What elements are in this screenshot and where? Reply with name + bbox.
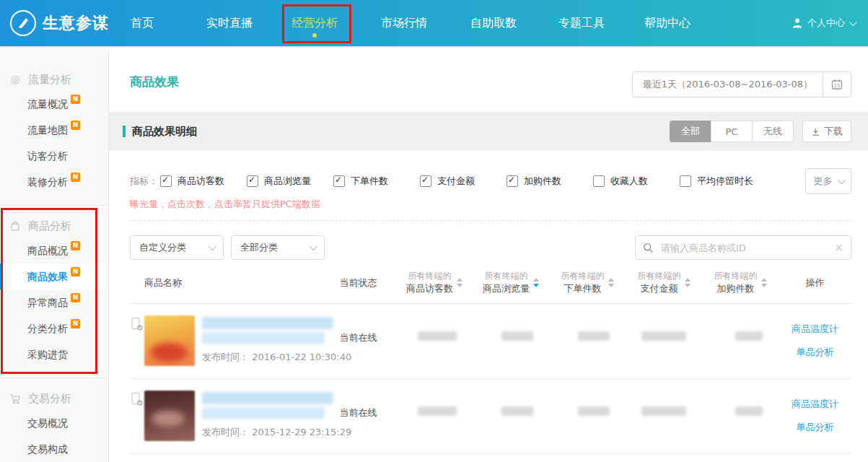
svg-text:15: 15 <box>834 83 841 89</box>
nav-divider <box>0 46 868 48</box>
indicator-visitors: 商品访客数 <box>160 175 247 188</box>
column-payment-sortable[interactable]: 所有终端的支付金额 <box>626 270 702 295</box>
calendar-icon[interactable]: 15 <box>823 72 851 97</box>
nav-item-tools[interactable]: 专题工具 <box>558 0 605 46</box>
sidebar-header-trade: 交易分析 <box>0 387 108 410</box>
sidebar-item-product-overview[interactable]: 商品概况N <box>0 237 108 263</box>
product-title-blurred[interactable] <box>202 392 333 404</box>
sidebar-section-trade: 交易分析 交易概况 交易构成 <box>0 378 108 462</box>
product-search-box: × <box>635 235 851 260</box>
nav-item-business-analysis[interactable]: 经营分析 <box>291 0 338 46</box>
metric-payment-cell <box>626 391 702 416</box>
checkbox-cart-adds[interactable] <box>507 175 518 187</box>
sidebar-section-product: 商品分析 商品概况N 商品效果N 异常商品N 分类分析N 采购进货 <box>0 206 108 378</box>
sidebar-item-traffic-map[interactable]: 流量地图N <box>0 117 108 143</box>
sidebar-section-traffic: ◎ 流量分析 流量概况N 流量地图N 访客分析 装修分析N <box>0 48 108 206</box>
metric-value-blurred <box>641 406 686 416</box>
eye-icon: ◎ <box>9 68 22 91</box>
sidebar-item-category-analysis[interactable]: 分类分析N <box>0 315 108 341</box>
metric-value-blurred <box>578 331 610 341</box>
indicator-stay-duration: 平均停留时长 <box>680 175 766 188</box>
page-header: 商品效果 最近1天（2016-03-08~2016-03-08） 15 <box>108 48 868 112</box>
sidebar-item-product-effect[interactable]: 商品效果N <box>0 263 108 289</box>
metric-value-blurred <box>735 331 763 341</box>
column-orders-sortable[interactable]: 所有终端的下单件数 <box>549 270 626 295</box>
indicator-payment: 支付金额 <box>420 175 507 188</box>
segment-all[interactable]: 全部 <box>670 121 711 142</box>
column-cart-adds-sortable[interactable]: 所有终端的加购件数 <box>702 270 779 295</box>
content-area: 指标： 商品访客数 商品浏览量 下单件数 支付金额 加购件数 <box>108 170 868 454</box>
person-icon <box>792 17 803 29</box>
download-icon <box>811 127 820 136</box>
new-badge: N <box>71 95 80 104</box>
sidebar-header-traffic: ◎ 流量分析 <box>0 68 108 91</box>
new-badge: N <box>71 173 80 182</box>
status-cell: 当前在线 <box>320 331 396 344</box>
checkbox-visitors[interactable] <box>160 175 172 187</box>
action-link-thermometer[interactable]: 商品温度计 <box>779 398 851 411</box>
indicators-row: 指标： 商品访客数 商品浏览量 下单件数 支付金额 加购件数 <box>130 170 851 192</box>
mobile-device-icon <box>130 317 144 366</box>
metric-views-cell <box>473 315 549 341</box>
page-title: 商品效果 <box>130 74 179 90</box>
sidebar-item-visitor-analysis[interactable]: 访客分析 <box>0 143 108 169</box>
all-category-select[interactable]: 全部分类 <box>231 235 325 260</box>
metric-cart-adds-cell <box>702 315 779 341</box>
column-visitors-sortable[interactable]: 所有终端的商品访客数 <box>396 270 473 295</box>
nav-item-data-extract[interactable]: 自助取数 <box>470 0 517 46</box>
clear-search-icon[interactable]: × <box>834 243 843 253</box>
active-nav-dot <box>312 33 317 38</box>
date-range-picker[interactable]: 最近1天（2016-03-08~2016-03-08） 15 <box>632 71 851 97</box>
column-current-status: 当前状态 <box>340 277 377 288</box>
product-title-blurred[interactable] <box>202 407 325 419</box>
download-button[interactable]: 下载 <box>802 121 851 142</box>
user-center-menu[interactable]: 个人中心 <box>792 0 855 46</box>
product-title-blurred[interactable] <box>202 317 333 329</box>
column-views-sortable[interactable]: 所有终端的商品浏览量 <box>473 270 549 295</box>
sidebar-item-trade-composition[interactable]: 交易构成 <box>0 436 108 462</box>
checkbox-stay-duration[interactable] <box>680 175 691 187</box>
app-logo[interactable]: 生意参谋 <box>10 0 109 46</box>
filter-row: 自定义分类 全部分类 × <box>130 235 851 260</box>
main-content: 商品效果 最近1天（2016-03-08~2016-03-08） 15 商品效果… <box>108 48 868 462</box>
custom-category-select[interactable]: 自定义分类 <box>130 235 224 260</box>
sort-arrows-icon <box>685 278 691 287</box>
nav-item-market[interactable]: 市场行情 <box>381 0 427 46</box>
product-title-blurred[interactable] <box>202 332 325 344</box>
segment-pc[interactable]: PC <box>711 121 753 142</box>
sidebar-item-purchase[interactable]: 采购进货 <box>0 341 108 367</box>
segment-wireless[interactable]: 无线 <box>752 121 794 142</box>
mobile-device-icon <box>130 392 144 441</box>
operations-cell: 商品温度计 单品分析 <box>779 315 851 369</box>
product-info: 发布时间： 2016-01-22 10:30:40 <box>202 315 339 366</box>
nav-item-help[interactable]: 帮助中心 <box>644 0 691 46</box>
new-badge: N <box>71 267 80 276</box>
bag-icon <box>9 220 22 232</box>
action-link-item-analysis[interactable]: 单品分析 <box>779 421 851 434</box>
product-name-cell: 发布时间： 2016-01-22 10:30:40 <box>130 315 320 366</box>
new-badge: N <box>71 293 80 302</box>
nav-item-home[interactable]: 首页 <box>131 0 154 46</box>
action-link-item-analysis[interactable]: 单品分析 <box>779 346 851 359</box>
indicator-views: 商品浏览量 <box>247 175 333 188</box>
sidebar-item-trade-overview[interactable]: 交易概况 <box>0 410 108 436</box>
product-image[interactable] <box>144 315 195 366</box>
action-link-thermometer[interactable]: 商品温度计 <box>779 323 851 336</box>
nav-item-live[interactable]: 实时直播 <box>206 0 253 46</box>
more-indicators-button[interactable]: 更多 <box>805 168 851 194</box>
checkbox-favorites[interactable] <box>593 175 605 187</box>
checkbox-views[interactable] <box>247 175 258 187</box>
sidebar-item-abnormal-products[interactable]: 异常商品N <box>0 289 108 315</box>
checkbox-orders[interactable] <box>333 175 345 187</box>
product-search-input[interactable] <box>659 242 828 254</box>
sort-arrows-icon <box>533 278 539 287</box>
cart-icon <box>9 393 22 405</box>
user-center-label: 个人中心 <box>807 17 845 30</box>
table-header: 商品名称 当前状态 所有终端的商品访客数 所有终端的商品浏览量 <box>130 270 851 304</box>
product-info: 发布时间： 2015-12-29 23:15:29 <box>202 391 339 441</box>
product-image[interactable] <box>144 391 195 441</box>
indicators-label: 指标： <box>130 175 160 188</box>
sidebar-item-traffic-overview[interactable]: 流量概况N <box>0 91 108 117</box>
checkbox-payment[interactable] <box>420 175 431 187</box>
sidebar-item-decoration-analysis[interactable]: 装修分析N <box>0 169 108 195</box>
